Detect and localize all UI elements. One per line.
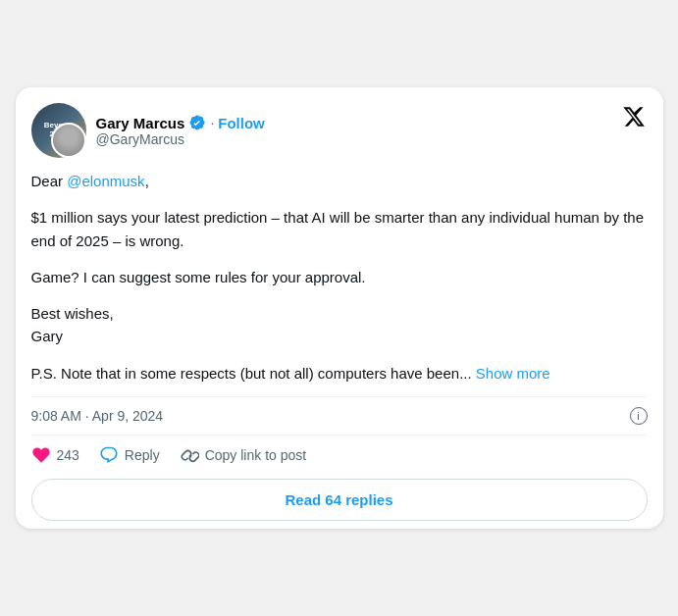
reply-action[interactable]: Reply [99, 445, 160, 465]
like-action[interactable]: 243 [31, 445, 79, 465]
handle-dot: · [210, 115, 214, 130]
tweet-header: Beyond 2030 Gary Marcus · Follow @GaryMa… [31, 103, 648, 158]
read-replies-button[interactable]: Read 64 replies [31, 479, 648, 521]
handle-row: @GaryMarcus [96, 131, 265, 147]
follow-button[interactable]: Follow [218, 115, 265, 131]
link-icon [180, 445, 199, 465]
tweet-para-5: P.S. Note that in some respects (but not… [31, 362, 648, 385]
timestamp: 9:08 AM · Apr 9, 2024 [31, 408, 164, 424]
user-handle: @GaryMarcus [96, 131, 184, 147]
info-icon[interactable]: i [630, 407, 648, 425]
verified-icon [188, 114, 206, 131]
likes-count: 243 [57, 447, 79, 463]
mention-elon[interactable]: @elonmusk [67, 173, 144, 189]
name-row: Gary Marcus · Follow [96, 114, 265, 131]
tweet-para-4: Best wishes, Gary [31, 302, 648, 348]
actions-row: 243 Reply Copy link to post [31, 435, 648, 475]
tweet-para-1: Dear @elonmusk, [31, 170, 648, 192]
tweet-body: Dear @elonmusk, $1 million says your lat… [31, 170, 648, 385]
heart-icon [31, 445, 51, 465]
tweet-para-3: Game? I can suggest some rules for your … [31, 266, 648, 288]
user-info-section: Beyond 2030 Gary Marcus · Follow @GaryMa… [31, 103, 265, 158]
show-more-link[interactable]: Show more [476, 365, 550, 382]
tweet-para-2: $1 million says your latest prediction –… [31, 206, 648, 252]
reply-icon [99, 445, 119, 465]
tweet-card: Beyond 2030 Gary Marcus · Follow @GaryMa… [16, 87, 663, 529]
reply-label: Reply [125, 447, 160, 463]
avatar-face [51, 123, 86, 158]
timestamp-row: 9:08 AM · Apr 9, 2024 i [31, 396, 648, 435]
copy-link-action[interactable]: Copy link to post [180, 445, 307, 465]
tweet-ps-text: P.S. Note that in some respects (but not… [31, 365, 472, 382]
avatar: Beyond 2030 [31, 103, 86, 158]
user-details: Gary Marcus · Follow @GaryMarcus [96, 114, 265, 147]
display-name: Gary Marcus [96, 115, 185, 131]
x-logo-icon [620, 103, 648, 130]
copy-link-label: Copy link to post [205, 447, 307, 463]
